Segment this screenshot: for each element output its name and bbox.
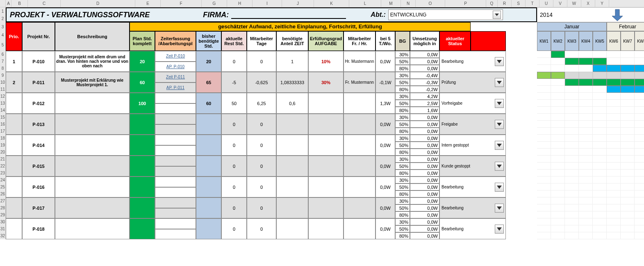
gantt-cell (593, 121, 607, 128)
bisher-cell[interactable]: 60 (196, 93, 221, 114)
ap-link[interactable]: AP. P-010 (166, 64, 184, 69)
status-cell[interactable]: Bearbeitung (439, 177, 506, 197)
gantt-cell (537, 211, 551, 218)
proj-cell[interactable]: P-012 (22, 93, 55, 114)
proj-cell[interactable]: P-017 (22, 197, 55, 218)
ums-cell: 0,0W (410, 135, 439, 142)
gantt-cell (579, 163, 593, 170)
status-cell[interactable]: Bearbeitung (439, 51, 506, 72)
bisher-cell[interactable] (196, 218, 221, 239)
prio-cell[interactable] (6, 93, 22, 114)
plan-cell[interactable] (130, 135, 155, 156)
mit-cell[interactable] (344, 197, 375, 218)
desc-cell[interactable] (55, 218, 130, 239)
proj-cell[interactable]: P-011 (22, 72, 55, 93)
desc-cell[interactable] (55, 114, 130, 135)
plan-cell[interactable] (130, 177, 155, 197)
mit-cell[interactable] (344, 135, 375, 156)
ums-cell: 0,0W (410, 142, 439, 149)
zeit-link[interactable]: Zeit P-011 (166, 75, 185, 79)
status-cell[interactable]: Vorfreigabe (439, 93, 506, 114)
desc-cell[interactable] (55, 197, 130, 218)
plan-cell[interactable]: 100 (130, 93, 155, 114)
plan-cell[interactable] (130, 114, 155, 135)
status-cell[interactable]: Bearbeitung (439, 197, 506, 218)
gantt-cell (621, 190, 635, 197)
prio-cell[interactable] (6, 177, 22, 197)
desc-cell[interactable] (55, 93, 130, 114)
bisher-cell[interactable]: 65 (196, 72, 221, 93)
ums-cell: 0,0W (410, 211, 439, 218)
desc-cell[interactable]: Musterprojekt mit allem drum und dran. V… (55, 51, 130, 72)
prio-cell[interactable] (6, 135, 22, 156)
desc-cell[interactable]: Musterprojekt mit Erklärung wie Musterpr… (55, 72, 130, 93)
gantt-cell (593, 177, 607, 183)
prio-cell[interactable] (6, 218, 22, 239)
bg-cell: 80% (395, 107, 410, 114)
ap-link[interactable]: AP. P-011 (166, 85, 184, 90)
prio-cell[interactable] (6, 156, 22, 177)
mit-cell[interactable]: Hr. Mustermann (344, 51, 375, 72)
bisher-cell[interactable] (196, 135, 221, 156)
desc-cell[interactable] (55, 156, 130, 177)
bisher-cell[interactable] (196, 114, 221, 135)
status-dropdown-icon[interactable] (495, 225, 504, 234)
gantt-cell (621, 163, 635, 170)
prio-cell[interactable]: 2 (6, 72, 22, 93)
plan-cell[interactable] (130, 156, 155, 177)
plan-cell[interactable] (130, 218, 155, 239)
status-cell[interactable]: Freigabe (439, 114, 506, 135)
bisher-cell[interactable] (196, 177, 221, 197)
dropdown-icon[interactable] (493, 11, 501, 19)
status-cell[interactable]: Intern gestoppt (439, 135, 506, 156)
mit-cell[interactable] (344, 156, 375, 177)
proj-cell[interactable]: P-018 (22, 218, 55, 239)
proj-cell[interactable]: P-010 (22, 51, 55, 72)
bisher-cell[interactable] (196, 197, 221, 218)
gantt-cell (537, 135, 551, 142)
firma-input-line[interactable] (231, 11, 346, 19)
gantt-cell (607, 190, 621, 197)
status-dropdown-icon[interactable] (495, 57, 504, 66)
column-headers[interactable]: ABCDEFGHIJKLMNOPQRSTUVWXY (0, 0, 644, 7)
mit-cell[interactable] (344, 177, 375, 197)
status-dropdown-icon[interactable] (495, 204, 504, 213)
erfull-cell[interactable]: 10% (321, 59, 330, 64)
erfull-cell[interactable]: 30% (321, 80, 330, 85)
status-dropdown-icon[interactable] (495, 183, 504, 192)
desc-cell[interactable] (55, 177, 130, 197)
bg-cell: 50% (395, 204, 410, 211)
proj-cell[interactable]: P-013 (22, 114, 55, 135)
mit-cell[interactable] (344, 93, 375, 114)
desc-cell[interactable] (55, 135, 130, 156)
status-cell[interactable]: Bearbeitung (439, 218, 506, 239)
dept-select[interactable]: ENTWICKLUNG (388, 9, 503, 20)
status-dropdown-icon[interactable] (495, 120, 504, 129)
mit-cell[interactable] (344, 218, 375, 239)
row-headers[interactable]: 1234567891011121314151617181920212223242… (0, 7, 6, 239)
status-dropdown-icon[interactable] (495, 99, 504, 108)
status-dropdown-icon[interactable] (495, 78, 504, 87)
bisher-cell[interactable]: 20 (196, 51, 221, 72)
status-dropdown-icon[interactable] (495, 162, 504, 171)
proj-cell[interactable]: P-015 (22, 156, 55, 177)
project-row: 2 P-011 Musterprojekt mit Erklärung wie … (6, 72, 537, 93)
prio-cell[interactable]: 1 (6, 51, 22, 72)
mit-cell[interactable] (344, 114, 375, 135)
ums-cell: 0,0W (410, 218, 439, 225)
bisher-cell[interactable] (196, 156, 221, 177)
mit-cell[interactable]: Fr. Mustermann (344, 72, 375, 93)
prio-cell[interactable] (6, 197, 22, 218)
status-dropdown-icon[interactable] (495, 141, 504, 150)
proj-cell[interactable]: P-014 (22, 135, 55, 156)
proj-cell[interactable]: P-016 (22, 177, 55, 197)
plan-cell[interactable] (130, 197, 155, 218)
prio-cell[interactable] (6, 114, 22, 135)
zeit-link[interactable]: Zeit P-010 (166, 54, 185, 58)
plan-cell[interactable]: 20 (130, 51, 155, 72)
status-cell[interactable]: Kunde gestoppt (439, 156, 506, 177)
week-KW3: KW3 (565, 31, 579, 51)
status-cell[interactable]: Prüfung (439, 72, 506, 93)
plan-cell[interactable]: 60 (130, 72, 155, 93)
gantt-row (537, 58, 644, 65)
